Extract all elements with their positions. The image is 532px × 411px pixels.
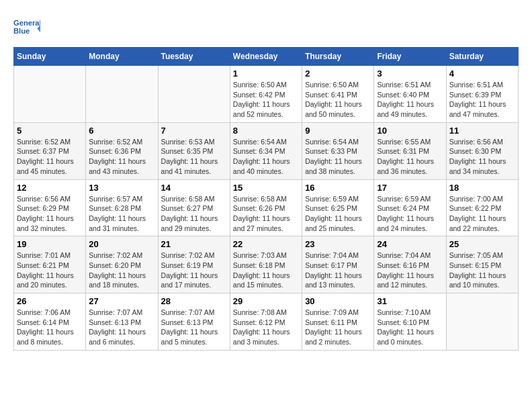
calendar-cell: 15Sunrise: 6:58 AM Sunset: 6:26 PM Dayli… bbox=[230, 179, 302, 236]
calendar-cell bbox=[86, 66, 158, 123]
day-number: 14 bbox=[161, 183, 227, 193]
day-info: Sunrise: 6:57 AM Sunset: 6:28 PM Dayligh… bbox=[89, 194, 154, 234]
day-info: Sunrise: 6:58 AM Sunset: 6:26 PM Dayligh… bbox=[233, 194, 299, 234]
day-info: Sunrise: 7:00 AM Sunset: 6:22 PM Dayligh… bbox=[449, 194, 515, 234]
weekday-header-friday: Friday bbox=[374, 48, 446, 66]
calendar-cell bbox=[446, 293, 518, 351]
calendar-cell bbox=[158, 66, 230, 123]
calendar-cell: 8Sunrise: 6:54 AM Sunset: 6:34 PM Daylig… bbox=[230, 122, 302, 179]
weekday-header-wednesday: Wednesday bbox=[230, 48, 302, 66]
calendar-cell: 10Sunrise: 6:55 AM Sunset: 6:31 PM Dayli… bbox=[374, 122, 446, 179]
day-info: Sunrise: 7:02 AM Sunset: 6:19 PM Dayligh… bbox=[161, 250, 227, 290]
calendar-cell: 5Sunrise: 6:52 AM Sunset: 6:37 PM Daylig… bbox=[14, 122, 86, 179]
day-info: Sunrise: 6:55 AM Sunset: 6:31 PM Dayligh… bbox=[377, 137, 443, 177]
calendar-cell: 4Sunrise: 6:51 AM Sunset: 6:39 PM Daylig… bbox=[446, 66, 518, 123]
day-number: 3 bbox=[377, 68, 443, 79]
calendar-cell: 9Sunrise: 6:54 AM Sunset: 6:33 PM Daylig… bbox=[302, 122, 374, 179]
day-info: Sunrise: 7:04 AM Sunset: 6:17 PM Dayligh… bbox=[305, 250, 371, 290]
calendar-cell bbox=[14, 66, 86, 123]
day-number: 15 bbox=[233, 183, 299, 193]
weekday-header-saturday: Saturday bbox=[446, 48, 518, 66]
day-number: 7 bbox=[161, 126, 227, 136]
day-info: Sunrise: 7:06 AM Sunset: 6:14 PM Dayligh… bbox=[17, 308, 83, 347]
calendar-cell: 23Sunrise: 7:04 AM Sunset: 6:17 PM Dayli… bbox=[302, 236, 374, 293]
day-number: 30 bbox=[305, 296, 371, 306]
weekday-header-monday: Monday bbox=[86, 48, 158, 66]
day-number: 5 bbox=[17, 126, 83, 136]
calendar-cell: 7Sunrise: 6:53 AM Sunset: 6:35 PM Daylig… bbox=[158, 122, 230, 179]
svg-text:General: General bbox=[13, 19, 40, 27]
weekday-header-thursday: Thursday bbox=[302, 48, 374, 66]
day-info: Sunrise: 6:56 AM Sunset: 6:30 PM Dayligh… bbox=[449, 137, 515, 177]
calendar-cell: 3Sunrise: 6:51 AM Sunset: 6:40 PM Daylig… bbox=[374, 66, 446, 123]
calendar-cell: 29Sunrise: 7:08 AM Sunset: 6:12 PM Dayli… bbox=[230, 293, 302, 351]
day-info: Sunrise: 7:01 AM Sunset: 6:21 PM Dayligh… bbox=[17, 250, 83, 290]
day-info: Sunrise: 7:04 AM Sunset: 6:16 PM Dayligh… bbox=[377, 250, 443, 290]
calendar-cell: 20Sunrise: 7:02 AM Sunset: 6:20 PM Dayli… bbox=[86, 236, 158, 293]
day-number: 29 bbox=[233, 296, 299, 306]
day-info: Sunrise: 6:51 AM Sunset: 6:40 PM Dayligh… bbox=[377, 80, 443, 120]
day-info: Sunrise: 7:07 AM Sunset: 6:13 PM Dayligh… bbox=[161, 308, 227, 347]
day-number: 18 bbox=[449, 183, 515, 193]
calendar-cell: 1Sunrise: 6:50 AM Sunset: 6:42 PM Daylig… bbox=[230, 66, 302, 123]
calendar-cell: 19Sunrise: 7:01 AM Sunset: 6:21 PM Dayli… bbox=[14, 236, 86, 293]
day-info: Sunrise: 7:10 AM Sunset: 6:10 PM Dayligh… bbox=[377, 308, 443, 347]
day-number: 10 bbox=[377, 126, 443, 136]
day-info: Sunrise: 7:08 AM Sunset: 6:12 PM Dayligh… bbox=[233, 308, 299, 347]
calendar-cell: 14Sunrise: 6:58 AM Sunset: 6:27 PM Dayli… bbox=[158, 179, 230, 236]
day-number: 13 bbox=[89, 183, 154, 193]
day-info: Sunrise: 6:52 AM Sunset: 6:36 PM Dayligh… bbox=[89, 137, 154, 177]
logo-icon: General Blue bbox=[13, 13, 40, 40]
day-info: Sunrise: 7:05 AM Sunset: 6:15 PM Dayligh… bbox=[449, 250, 515, 290]
day-number: 20 bbox=[89, 239, 154, 249]
calendar-cell: 28Sunrise: 7:07 AM Sunset: 6:13 PM Dayli… bbox=[158, 293, 230, 351]
day-number: 31 bbox=[377, 296, 443, 306]
day-info: Sunrise: 6:59 AM Sunset: 6:25 PM Dayligh… bbox=[305, 194, 371, 234]
day-info: Sunrise: 6:58 AM Sunset: 6:27 PM Dayligh… bbox=[161, 194, 227, 234]
weekday-header-tuesday: Tuesday bbox=[158, 48, 230, 66]
weekday-header-sunday: Sunday bbox=[14, 48, 86, 66]
day-number: 6 bbox=[89, 126, 154, 136]
day-number: 23 bbox=[305, 239, 371, 249]
day-number: 11 bbox=[449, 126, 515, 136]
day-info: Sunrise: 6:52 AM Sunset: 6:37 PM Dayligh… bbox=[17, 137, 83, 177]
calendar-cell: 6Sunrise: 6:52 AM Sunset: 6:36 PM Daylig… bbox=[86, 122, 158, 179]
logo: General Blue bbox=[13, 13, 44, 40]
day-info: Sunrise: 6:56 AM Sunset: 6:29 PM Dayligh… bbox=[17, 194, 83, 234]
svg-text:Blue: Blue bbox=[13, 27, 30, 35]
day-number: 12 bbox=[17, 183, 83, 193]
day-number: 28 bbox=[161, 296, 227, 306]
day-info: Sunrise: 6:54 AM Sunset: 6:34 PM Dayligh… bbox=[233, 137, 299, 177]
day-info: Sunrise: 6:50 AM Sunset: 6:42 PM Dayligh… bbox=[233, 80, 299, 120]
calendar-cell: 17Sunrise: 6:59 AM Sunset: 6:24 PM Dayli… bbox=[374, 179, 446, 236]
day-number: 17 bbox=[377, 183, 443, 193]
day-number: 8 bbox=[233, 126, 299, 136]
day-number: 19 bbox=[17, 239, 83, 249]
day-info: Sunrise: 6:51 AM Sunset: 6:39 PM Dayligh… bbox=[449, 80, 515, 120]
day-number: 16 bbox=[305, 183, 371, 193]
calendar-cell: 11Sunrise: 6:56 AM Sunset: 6:30 PM Dayli… bbox=[446, 122, 518, 179]
day-info: Sunrise: 6:54 AM Sunset: 6:33 PM Dayligh… bbox=[305, 137, 371, 177]
calendar-cell: 30Sunrise: 7:09 AM Sunset: 6:11 PM Dayli… bbox=[302, 293, 374, 351]
day-info: Sunrise: 6:53 AM Sunset: 6:35 PM Dayligh… bbox=[161, 137, 227, 177]
day-number: 27 bbox=[89, 296, 154, 306]
page-header: General Blue bbox=[13, 13, 519, 40]
calendar-cell: 18Sunrise: 7:00 AM Sunset: 6:22 PM Dayli… bbox=[446, 179, 518, 236]
day-number: 25 bbox=[449, 239, 515, 249]
calendar-cell: 12Sunrise: 6:56 AM Sunset: 6:29 PM Dayli… bbox=[14, 179, 86, 236]
day-number: 24 bbox=[377, 239, 443, 249]
day-info: Sunrise: 6:50 AM Sunset: 6:41 PM Dayligh… bbox=[305, 80, 371, 120]
day-info: Sunrise: 6:59 AM Sunset: 6:24 PM Dayligh… bbox=[377, 194, 443, 234]
calendar-cell: 26Sunrise: 7:06 AM Sunset: 6:14 PM Dayli… bbox=[14, 293, 86, 351]
calendar-cell: 16Sunrise: 6:59 AM Sunset: 6:25 PM Dayli… bbox=[302, 179, 374, 236]
day-info: Sunrise: 7:02 AM Sunset: 6:20 PM Dayligh… bbox=[89, 250, 154, 290]
day-info: Sunrise: 7:07 AM Sunset: 6:13 PM Dayligh… bbox=[89, 308, 154, 347]
calendar-cell: 22Sunrise: 7:03 AM Sunset: 6:18 PM Dayli… bbox=[230, 236, 302, 293]
day-number: 4 bbox=[449, 68, 515, 79]
calendar-cell: 25Sunrise: 7:05 AM Sunset: 6:15 PM Dayli… bbox=[446, 236, 518, 293]
day-number: 21 bbox=[161, 239, 227, 249]
calendar-cell: 13Sunrise: 6:57 AM Sunset: 6:28 PM Dayli… bbox=[86, 179, 158, 236]
calendar-cell: 21Sunrise: 7:02 AM Sunset: 6:19 PM Dayli… bbox=[158, 236, 230, 293]
day-number: 1 bbox=[233, 68, 299, 79]
calendar-cell: 27Sunrise: 7:07 AM Sunset: 6:13 PM Dayli… bbox=[86, 293, 158, 351]
